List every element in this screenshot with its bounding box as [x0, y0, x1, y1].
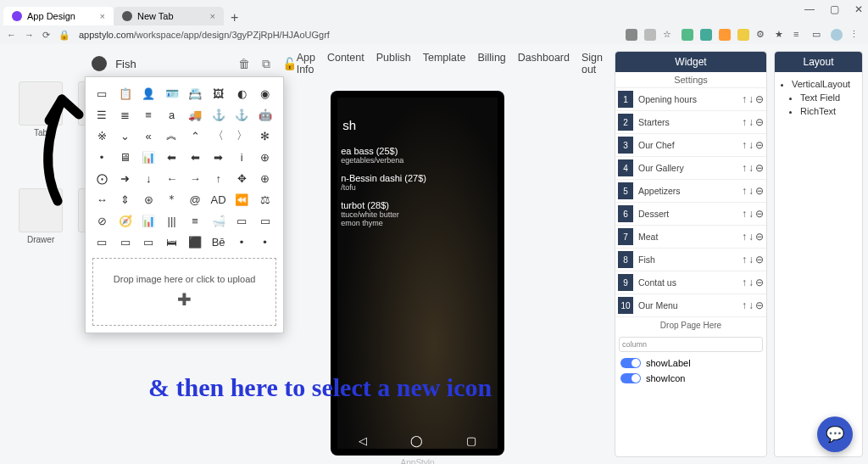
picker-icon[interactable]: ⬅ — [163, 148, 181, 166]
remove-icon[interactable]: ⊖ — [755, 139, 764, 151]
trash-icon[interactable]: 🗑 — [238, 57, 250, 71]
picker-icon[interactable]: ⌄ — [116, 126, 135, 145]
picker-icon[interactable]: ⚓ — [209, 105, 228, 124]
page-row[interactable]: 6 Dessert ↑ ↓ ⊖ — [615, 203, 766, 226]
url-field[interactable]: appstylo.com/workspace/app/design/3gyPZj… — [79, 30, 617, 40]
picker-icon[interactable]: ≣ — [116, 105, 135, 124]
ext-icon[interactable] — [700, 29, 712, 41]
widget-tile[interactable]: Drawer — [15, 188, 66, 244]
picker-icon[interactable]: ▭ — [116, 232, 135, 251]
layout-node[interactable]: VerticalLayout — [792, 77, 855, 91]
picker-icon[interactable]: ⬅ — [186, 148, 204, 166]
page-row[interactable]: 10 Our Menu ↑ ↓ ⊖ — [615, 294, 766, 317]
copy-icon[interactable]: ⧉ — [262, 57, 270, 71]
page-row[interactable]: 3 Our Chef ↑ ↓ ⊖ — [615, 134, 766, 157]
nav-link[interactable]: Sign out — [581, 52, 603, 75]
picker-icon[interactable]: ◐ — [232, 84, 251, 103]
picker-icon[interactable]: ✻ — [256, 126, 275, 145]
picker-icon[interactable]: 👤 — [139, 84, 158, 103]
move-up-icon[interactable]: ↑ — [742, 116, 747, 128]
page-row[interactable]: 2 Starters ↑ ↓ ⊖ — [615, 111, 766, 134]
image-drop-zone[interactable]: Drop image here or click to upload ✚ — [92, 258, 276, 326]
move-up-icon[interactable]: ↑ — [742, 254, 747, 266]
picker-icon[interactable]: ✥ — [232, 169, 251, 187]
ext-icon[interactable]: ★ — [775, 29, 787, 41]
picker-icon[interactable]: ➜ — [116, 169, 135, 187]
remove-icon[interactable]: ⊖ — [755, 277, 764, 288]
picker-icon[interactable]: 📊 — [139, 211, 158, 230]
picker-icon[interactable]: ▭ — [232, 211, 251, 230]
picker-icon[interactable]: 📋 — [116, 84, 135, 103]
ext-icon[interactable] — [682, 29, 693, 41]
picker-icon[interactable]: ⬛ — [186, 232, 204, 251]
forward-button[interactable]: → — [25, 30, 34, 40]
remove-icon[interactable]: ⊖ — [755, 254, 764, 266]
move-up-icon[interactable]: ↑ — [742, 162, 747, 174]
column-box[interactable]: column — [619, 337, 763, 352]
picker-icon[interactable]: 〉 — [232, 126, 251, 145]
back-button[interactable]: ← — [7, 30, 16, 40]
remove-icon[interactable]: ⊖ — [755, 208, 764, 220]
remove-icon[interactable]: ⊖ — [755, 231, 764, 243]
move-down-icon[interactable]: ↓ — [748, 162, 754, 174]
picker-icon[interactable]: 📊 — [139, 148, 158, 166]
move-up-icon[interactable]: ↑ — [742, 231, 747, 243]
picker-icon[interactable]: ← — [163, 169, 181, 187]
picker-icon[interactable]: ⚖ — [256, 190, 275, 209]
recent-key-icon[interactable]: ▢ — [466, 434, 476, 447]
picker-icon[interactable]: 🤖 — [256, 105, 275, 124]
page-row[interactable]: 7 Meat ↑ ↓ ⊖ — [615, 226, 766, 249]
layout-node[interactable]: RichText — [800, 104, 855, 118]
picker-icon[interactable]: ⚓ — [232, 105, 251, 124]
picker-icon[interactable]: ▭ — [139, 232, 158, 251]
layout-node[interactable]: Text Field — [800, 91, 855, 104]
ext-icon[interactable]: ☆ — [663, 29, 675, 41]
picker-icon[interactable]: 🖥 — [116, 148, 135, 166]
picker-icon[interactable]: ⌃ — [186, 126, 204, 145]
page-row[interactable]: 1 Opening hours ↑ ↓ ⊖ — [615, 88, 766, 111]
page-row[interactable]: 5 Appetizers ↑ ↓ ⊖ — [615, 180, 766, 203]
close-window-button[interactable]: ✕ — [854, 3, 863, 15]
move-down-icon[interactable]: ↓ — [748, 277, 754, 288]
maximize-button[interactable]: ▢ — [830, 3, 839, 15]
widget-tile[interactable]: Tab — [15, 81, 66, 137]
picker-icon[interactable]: Bē — [209, 232, 228, 251]
unlock-icon[interactable]: 🔓 — [282, 57, 297, 71]
picker-icon[interactable]: ↓ — [139, 169, 158, 187]
picker-icon[interactable]: 🛁 — [209, 211, 228, 230]
back-key-icon[interactable]: ◁ — [359, 434, 367, 447]
move-down-icon[interactable]: ↓ — [748, 208, 754, 220]
ext-icon[interactable] — [626, 29, 637, 41]
ext-icon[interactable] — [737, 29, 749, 41]
picker-icon[interactable]: ↑ — [209, 169, 228, 187]
new-tab-button[interactable]: + — [224, 10, 245, 25]
picker-icon[interactable]: ⊕ — [256, 148, 275, 166]
picker-icon[interactable]: 📇 — [186, 84, 204, 103]
nav-link[interactable]: App Info — [297, 52, 315, 75]
picker-icon[interactable]: ⨀ — [92, 169, 111, 187]
picker-icon[interactable]: ≡ — [186, 211, 204, 230]
ext-icon[interactable] — [719, 29, 731, 41]
ext-icon[interactable]: ≡ — [793, 29, 805, 41]
move-up-icon[interactable]: ↑ — [742, 208, 747, 220]
move-up-icon[interactable]: ↑ — [742, 185, 747, 197]
move-down-icon[interactable]: ↓ — [748, 231, 754, 243]
picker-icon[interactable]: ◉ — [256, 84, 275, 103]
picker-icon[interactable]: ⊛ — [139, 190, 158, 209]
picker-icon[interactable]: i — [232, 148, 251, 166]
picker-icon[interactable]: ＊ — [163, 190, 181, 209]
ext-icon[interactable]: ▭ — [812, 29, 824, 41]
picker-icon[interactable]: ▭ — [92, 232, 111, 251]
close-tab-icon[interactable]: × — [210, 11, 215, 21]
move-down-icon[interactable]: ↓ — [748, 185, 754, 197]
picker-icon[interactable]: a — [163, 105, 181, 124]
move-up-icon[interactable]: ↑ — [742, 93, 747, 105]
picker-icon[interactable]: ⊘ — [92, 211, 111, 230]
picker-icon[interactable]: ⊕ — [256, 169, 275, 187]
remove-icon[interactable]: ⊖ — [755, 185, 764, 197]
close-tab-icon[interactable]: × — [100, 11, 105, 21]
page-row[interactable]: 4 Our Gallery ↑ ↓ ⊖ — [615, 157, 766, 180]
move-down-icon[interactable]: ↓ — [748, 139, 754, 151]
picker-icon[interactable]: ▭ — [256, 211, 275, 230]
picker-icon[interactable]: ▭ — [92, 84, 111, 103]
